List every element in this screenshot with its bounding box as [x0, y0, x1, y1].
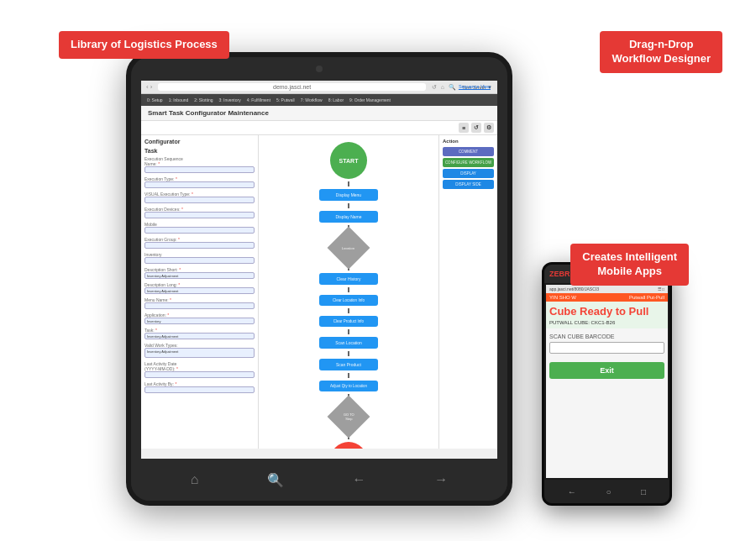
nav-tab-inbound[interactable]: 1: Inbound — [166, 96, 192, 104]
flow-diamond-location-label: Location — [342, 246, 354, 250]
field-desc-short-input[interactable]: Inventory Adjustment — [144, 272, 255, 279]
flow-step-clear-product[interactable]: Clear Product Info — [319, 316, 378, 327]
field-menu-name: Menu Name: * — [144, 297, 255, 309]
field-visual-exec-input[interactable] — [144, 197, 255, 203]
search-icon[interactable]: 🔍 — [449, 84, 456, 91]
flow-diamond-location[interactable]: Location — [328, 227, 370, 270]
label-mobile: Creates Intelligent Mobile Apps — [570, 244, 689, 286]
flow-step-scan-location[interactable]: Scan Location — [319, 337, 378, 349]
action-btn-display-side[interactable]: DISPLAY SIDE — [443, 180, 494, 189]
nav-tab-workflow[interactable]: 7: Workflow — [298, 96, 325, 104]
nav-tab-setup[interactable]: 0: Setup — [144, 96, 165, 104]
tablet-camera — [316, 66, 323, 72]
nav-tab-putwall[interactable]: 5: Putwall — [274, 96, 297, 104]
phone-url-text[interactable]: app.jasci.net/8080/JASCI3 — [549, 286, 599, 292]
nav-tab-fulfillment[interactable]: 4: Fulfillment — [244, 96, 273, 104]
nav-tab-labor[interactable]: 8: Labor — [326, 96, 346, 104]
field-work-types: Valid Work Types: Inventory Adjustment — [144, 343, 255, 358]
browser-bar: ‹ › demo.jasci.net ↺ ⌂ 🔍 Tom Smith ▼ — [141, 81, 497, 94]
flow-step-scan-product[interactable]: Scan Product — [319, 359, 378, 370]
phone-exit-button[interactable]: Exit — [549, 362, 664, 379]
field-exec-seq: Execution SequenceName: * — [144, 156, 255, 173]
configurator-title: Configurator — [144, 139, 255, 144]
phone-scan-label: SCAN CUBE BARCODE — [549, 334, 664, 339]
field-last-activity-date-input[interactable] — [144, 371, 255, 378]
field-exec-group-input[interactable] — [144, 242, 255, 249]
flow-diamond-goto-label: GO TOStep — [344, 412, 354, 421]
tablet-device: ‹ › demo.jasci.net ↺ ⌂ 🔍 Tom Smith ▼ 0: … — [126, 52, 512, 506]
configurator-layout: Configurator Task Execution SequenceName… — [141, 135, 497, 449]
nav-tab-orders[interactable]: 9: Order Management — [347, 96, 393, 104]
field-exec-type-input[interactable] — [144, 181, 255, 188]
field-task: Task: * Inventory Adjustment — [144, 328, 255, 339]
field-menu-name-input[interactable] — [144, 302, 255, 309]
tablet-search-icon[interactable]: 🔍 — [267, 472, 284, 488]
field-work-types-input[interactable]: Inventory Adjustment — [144, 348, 255, 358]
refresh-icon[interactable]: ↺ — [432, 84, 437, 91]
flow-connector — [348, 308, 349, 313]
field-desc-long: Description Long: * Inventory Adjustment — [144, 282, 255, 294]
field-application: Application: * Inventory — [144, 313, 255, 324]
phone-url-bar: app.jasci.net/8080/JASCI3 ☰ □ — [546, 285, 668, 293]
toolbar-btn-3[interactable]: ⚙ — [484, 123, 494, 133]
home-icon[interactable]: ⌂ — [441, 84, 444, 90]
flow-step-adjust-qty[interactable]: Adjust Qty to Location — [319, 381, 378, 391]
field-desc-long-input[interactable]: Inventory Adjustment — [144, 287, 255, 294]
field-last-activity-by: Last Activity By: * — [144, 381, 255, 393]
tablet-forward-icon[interactable]: → — [434, 472, 448, 487]
field-exec-devices-input[interactable] — [144, 212, 255, 218]
field-last-activity-date: Last Activity Date(YYYY-MM-DD): * — [144, 361, 255, 378]
field-mobile: Mobile — [144, 222, 255, 234]
tablet-back-icon[interactable]: ← — [353, 472, 366, 487]
sequence-toolbar: ≡ ↺ ⚙ Sequence View — [141, 121, 497, 135]
phone-recent-icon[interactable]: □ — [641, 487, 646, 496]
nav-tabs: 0: Setup 1: Inbound 2: Slotting 3: Inven… — [141, 94, 497, 106]
field-inventory-input[interactable] — [144, 257, 255, 264]
field-mobile-input[interactable] — [144, 227, 255, 234]
action-btn-display[interactable]: DISPLAY — [443, 169, 494, 178]
phone-task-label: Putwall Put-Pull — [629, 295, 664, 300]
phone-scan-input[interactable] — [549, 342, 664, 354]
tablet-home-icon[interactable]: ⌂ — [191, 472, 199, 487]
flow-step-clear-history[interactable]: Clear History — [319, 273, 378, 285]
flow-step-display-menu[interactable]: Display Menu — [319, 189, 378, 201]
browser-url-bar[interactable]: demo.jasci.net — [158, 83, 425, 91]
field-exec-type: Execution Type: * — [144, 176, 255, 188]
flow-step-display-name[interactable]: Display Name — [319, 211, 378, 223]
field-exec-group: Execution Group: * — [144, 237, 255, 249]
phone-screen: app.jasci.net/8080/JASCI3 ☰ □ YIN SHO W … — [546, 285, 668, 478]
configurator-left-panel: Configurator Task Execution SequenceName… — [141, 135, 259, 449]
tablet-bottom-bar: ⌂ 🔍 ← → — [131, 459, 507, 501]
forward-arrow-icon[interactable]: › — [150, 83, 153, 91]
flow-end-node: END — [330, 442, 367, 449]
field-task-input[interactable]: Inventory Adjustment — [144, 333, 255, 339]
field-last-activity-by-input[interactable] — [144, 386, 255, 393]
field-last-activity-date-label: Last Activity Date(YYYY-MM-DD): * — [144, 361, 255, 371]
phone-device: ZEBRA ▂▄▆ LTE 83% 🔋 10:47 app.jasci.net/… — [542, 262, 672, 506]
field-exec-seq-input[interactable] — [144, 166, 255, 173]
toolbar-btn-1[interactable]: ≡ — [459, 123, 469, 133]
phone-back-icon[interactable]: ← — [568, 487, 576, 496]
toolbar-btn-2[interactable]: ↺ — [471, 123, 481, 133]
flow-diamond-goto[interactable]: GO TOStep — [328, 396, 370, 439]
label-library: Library of Logistics Process — [59, 31, 229, 59]
phone-main-title: Cube Ready to Pull — [549, 305, 664, 318]
field-exec-seq-label: Execution SequenceName: * — [144, 156, 255, 166]
field-visual-exec: VISUAL Execution Type: * — [144, 192, 255, 203]
field-exec-devices: Execution Devices: * — [144, 207, 255, 218]
action-panel: Action COMMENT CONFIGURE WORKFLOW DISPLA… — [438, 135, 497, 449]
flow-connector — [348, 203, 349, 208]
tablet-screen: ‹ › demo.jasci.net ↺ ⌂ 🔍 Tom Smith ▼ 0: … — [141, 81, 497, 459]
flow-diagram: START Display Menu Display Name Location… — [319, 142, 378, 449]
action-btn-comment[interactable]: COMMENT — [443, 147, 494, 156]
flow-step-clear-location[interactable]: Clear Location Info — [319, 295, 378, 306]
phone-home-icon[interactable]: ○ — [606, 487, 611, 496]
phone-title-area: Cube Ready to Pull PUTWALL CUBE: CKC1-B2… — [546, 302, 668, 328]
nav-tab-slotting[interactable]: 2: Slotting — [192, 96, 215, 104]
action-btn-configure[interactable]: CONFIGURE WORKFLOW — [443, 158, 494, 167]
phone-url-icons: ☰ □ — [658, 286, 664, 292]
back-arrow-icon[interactable]: ‹ — [146, 83, 149, 91]
field-inventory: Inventory — [144, 252, 255, 264]
nav-tab-inventory[interactable]: 3: Inventory — [217, 96, 244, 104]
field-application-input[interactable]: Inventory — [144, 318, 255, 324]
